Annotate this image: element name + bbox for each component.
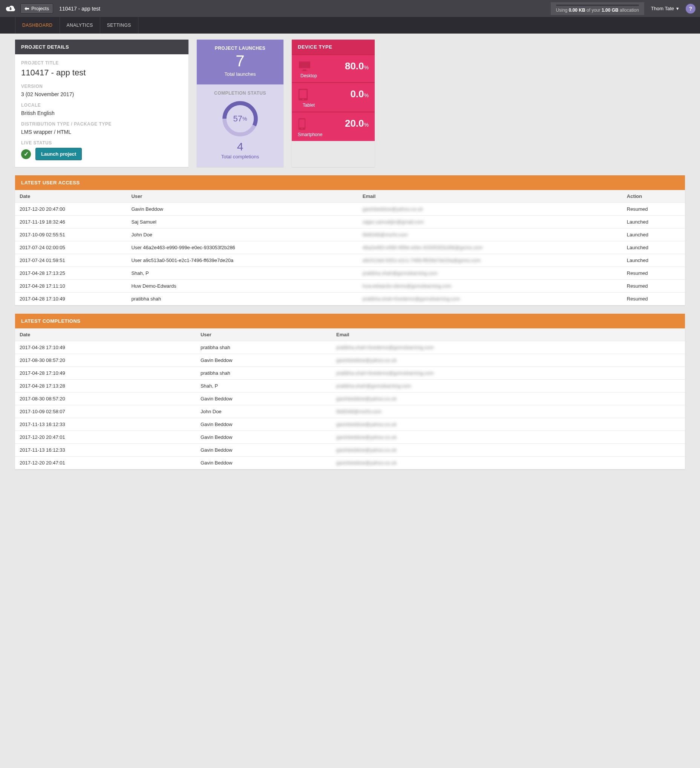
desktop-icon [298,60,320,72]
svg-rect-6 [299,120,305,128]
subnav-tabs: DASHBOARDANALYTICSSETTINGS [0,17,700,34]
project-details-header: PROJECT DETAILS [15,40,189,54]
column-header: Email [332,328,685,341]
device-label: Tablet [298,102,320,108]
launches-header: PROJECT LAUNCHES [201,46,280,51]
user-name: Thom Tate [651,6,674,11]
completions-label: Total completions [201,154,280,160]
column-header: Date [15,190,127,203]
latest-completions-table: DateUserEmail 2017-04-28 17:10:49pratibh… [15,328,685,469]
table-row: 2017-04-28 17:10:49pratibha shahpratibha… [15,367,685,380]
device-type-panel: DEVICE TYPE Desktop80.0%Tablet0.0%Smartp… [292,40,375,167]
projects-btn-label: Projects [31,6,49,11]
project-title-label: PROJECT TITLE [21,60,182,66]
launch-project-button[interactable]: Launch project [35,148,82,160]
svg-rect-3 [300,90,307,98]
launches-panel: PROJECT LAUNCHES 7 Total launches COMPLE… [197,40,283,167]
status-check-icon: ✓ [21,149,31,159]
device-row-desktop: Desktop80.0% [292,54,375,82]
project-title-value: 110417 - app test [21,68,182,78]
tab-dashboard[interactable]: DASHBOARD [15,17,60,34]
table-row: 2017-12-20 20:47:00Gavin Beddowgavinbedd… [15,203,685,216]
locale-label: LOCALE [21,102,182,108]
column-header: Action [622,190,685,203]
table-row: 2017-04-28 17:10:49pratibha shahpratibha… [15,341,685,354]
storage-allocation: Using 0.00 KB of your 1.00 GB allocation [551,2,644,15]
locale-value: British English [21,110,182,116]
help-button[interactable]: ? [686,4,695,14]
device-label: Desktop [298,73,320,78]
table-row: 2017-11-19 18:32:46Saj Samuelsajan.samue… [15,216,685,229]
distribution-label: DISTRIBUTION TYPE / PACKAGE TYPE [21,122,182,127]
latest-access-header: LATEST USER ACCESS [15,175,685,190]
back-arrow-icon [24,7,29,11]
device-percentage: 0.0% [320,88,369,100]
table-row: 2017-12-20 20:47:01Gavin Beddowgavinbedd… [15,457,685,469]
topbar: Projects 110417 - app test Using 0.00 KB… [0,0,700,17]
completion-donut-chart: 57% [222,101,258,136]
svg-point-7 [301,128,302,129]
version-label: VERSION [21,84,182,89]
latest-completions-section: LATEST COMPLETIONS DateUserEmail 2017-04… [15,314,685,469]
column-header: User [196,328,332,341]
device-row-tablet: Tablet0.0% [292,82,375,112]
table-row: 2017-08-30 08:57:20Gavin Beddowgavinbedd… [15,354,685,367]
column-header: Email [358,190,622,203]
device-row-smartphone: Smartphone20.0% [292,112,375,141]
table-row: 2017-10-09 02:58:07John Doel9d9348@mvrht… [15,405,685,418]
cloud-logo-icon [5,4,17,13]
smartphone-icon [298,118,320,130]
completion-status-header: COMPLETION STATUS [201,91,280,96]
distribution-value: LMS wrapper / HTML [21,129,182,135]
table-row: 2017-04-28 17:13:28Shah, Ppratibha.shah@… [15,380,685,392]
svg-point-4 [302,99,304,100]
device-percentage: 20.0% [320,118,369,129]
question-icon: ? [689,6,692,12]
table-row: 2017-11-13 16:12:33Gavin Beddowgavinbedd… [15,444,685,457]
allocation-bar [556,5,639,6]
latest-access-table: DateUserEmailAction 2017-12-20 20:47:00G… [15,190,685,306]
project-details-panel: PROJECT DETAILS PROJECT TITLE 110417 - a… [15,40,189,167]
table-row: 2017-04-28 17:11:10Huw Demo-Edwardshuw.e… [15,280,685,293]
table-row: 2017-08-30 08:57:20Gavin Beddowgavinbedd… [15,392,685,405]
version-value: 3 (02 November 2017) [21,91,182,97]
tab-settings[interactable]: SETTINGS [100,17,138,34]
projects-back-button[interactable]: Projects [20,3,53,14]
table-row: 2017-11-13 16:12:33Gavin Beddowgavinbedd… [15,418,685,431]
launches-count: 7 [201,53,280,69]
table-row: 2017-04-28 17:13:25Shah, Ppratibha.shah@… [15,267,685,280]
device-type-header: DEVICE TYPE [292,40,375,54]
live-status-label: LIVE STATUS [21,140,182,146]
table-row: 2017-10-09 02:55:51John Doel9d9348@mvrht… [15,229,685,241]
user-menu[interactable]: Thom Tate ▾ [651,6,679,11]
column-header: User [127,190,358,203]
completions-count: 4 [201,140,280,153]
table-row: 2017-07-24 01:59:51User a9c513a0-5001-e2… [15,254,685,267]
launches-count-label: Total launches [201,71,280,77]
table-row: 2017-12-20 20:47:01Gavin Beddowgavinbedd… [15,431,685,444]
latest-user-access-section: LATEST USER ACCESS DateUserEmailAction 2… [15,175,685,306]
tab-analytics[interactable]: ANALYTICS [60,17,100,34]
table-row: 2017-04-28 17:10:49pratibha shahpratibha… [15,293,685,306]
column-header: Date [15,328,196,341]
breadcrumb-title: 110417 - app test [59,6,100,12]
tablet-icon [298,88,320,101]
chevron-down-icon: ▾ [676,6,679,11]
latest-completions-header: LATEST COMPLETIONS [15,314,685,328]
device-percentage: 80.0% [320,60,369,72]
table-row: 2017-07-24 02:00:05User 46a2e463-e990-99… [15,241,685,254]
device-label: Smartphone [298,132,320,137]
